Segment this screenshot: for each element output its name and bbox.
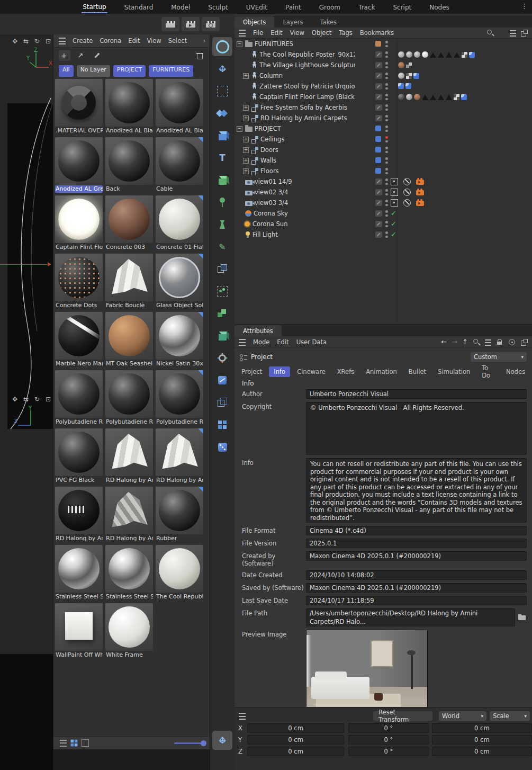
thumbnail-size-slider[interactable] [174,742,206,744]
gray-visibility-dot[interactable] [385,210,388,213]
object-menu-object[interactable]: Object [312,29,331,37]
material-item-captain-flint-flo[interactable]: Captain Flint Flo [55,195,105,251]
material-item-glass-object-sol[interactable]: Glass Object Sol [156,254,206,309]
tag-triangle-icon[interactable] [430,52,436,58]
layer-color-chip[interactable] [375,147,381,153]
tree-row-ceilings[interactable]: +Ceilings [235,134,532,145]
object-menu-edit[interactable]: Edit [270,29,282,37]
object-menu-tags[interactable]: Tags [339,29,352,37]
visibility-dots[interactable] [385,73,388,79]
gray-visibility-dot[interactable] [385,157,388,160]
attr-tab-cineware[interactable]: Cineware [292,366,330,377]
attribute-menu-user-data[interactable]: User Data [296,338,327,346]
menu-overflow-icon[interactable]: › [203,37,205,44]
texture-tag-icon[interactable] [398,94,404,100]
pan-view-icon[interactable]: ✥ [11,38,19,45]
attribute-menu-edit[interactable]: Edit [277,338,288,346]
tag-triangle-icon[interactable] [422,95,428,100]
snap-selection-icon[interactable] [212,282,232,301]
gray-visibility-dot[interactable] [385,172,388,175]
gray-visibility-dot[interactable] [385,130,388,132]
expand-icon[interactable]: + [243,73,249,79]
red-visibility-dot[interactable] [385,136,388,139]
visibility-dots[interactable] [385,41,388,47]
material-item-cable[interactable]: Cable [156,137,206,193]
tag-triangle-icon[interactable] [438,52,444,58]
tag-triangle-icon[interactable] [438,95,444,100]
gray-visibility-dot[interactable] [385,236,388,238]
random-dice-icon[interactable] [212,437,232,456]
phong-tag-icon[interactable] [398,83,404,89]
field-value-author[interactable]: Umberto Ponzecchi Visual [306,389,527,399]
rotate-view-icon[interactable]: ↻ [33,396,41,403]
dolly-view-icon[interactable]: ⇆ [22,38,30,45]
coordinate-value-z-0[interactable]: 0 cm [247,747,344,756]
tree-row-column[interactable]: +Column [235,70,532,81]
visibility-dots[interactable] [385,189,388,195]
layer-color-chip[interactable] [375,157,381,163]
editor-toggle[interactable] [375,189,382,195]
render-camera-icon[interactable] [416,180,424,185]
tree-row-fill-light[interactable]: Fill Light✓ [235,229,532,240]
layer-color-chip[interactable] [375,168,381,174]
phong-tag-icon[interactable] [469,52,475,58]
hamburger-icon[interactable] [239,339,246,346]
tree-row-furnitures[interactable]: −FURNITURES [235,39,532,49]
object-menu-file[interactable]: File [253,29,263,37]
layer-color-chip[interactable] [375,136,381,142]
tree-row-captain-flint-floor-lamp-black-by-flos[interactable]: Captain Flint Floor Lamp (Black) by Flos [235,92,532,102]
field-value-created-by-software[interactable]: Maxon Cinema 4D 2025.0.1 (#200000219) [306,551,527,561]
mograph-icon[interactable] [212,104,232,123]
material-menu-view[interactable]: View [147,37,161,44]
editor-toggle[interactable] [375,221,382,227]
clone-objects-icon[interactable] [212,259,232,279]
attr-tab-bullet[interactable]: Bullet [404,366,431,377]
expand-icon[interactable]: + [243,137,249,142]
top-tab-standard[interactable]: Standard [123,2,155,13]
back-arrow-icon[interactable]: ← [441,338,447,346]
material-item-back[interactable]: Back [105,137,156,193]
gray-visibility-dot[interactable] [385,62,388,65]
frame-target-icon[interactable] [391,199,398,207]
attr-tab-info[interactable]: Info [269,366,290,377]
array-icon[interactable] [212,415,232,434]
wire-cube-icon[interactable] [212,393,232,412]
settings-gear-icon[interactable] [212,348,232,368]
enabled-check-icon[interactable]: ✓ [391,231,398,238]
live-selection-icon[interactable] [212,37,232,56]
gray-visibility-dot[interactable] [385,115,388,118]
visibility-dots[interactable] [385,157,388,164]
editor-toggle[interactable] [375,94,382,100]
top-tab-uvedit[interactable]: UVEdit [245,2,268,13]
visibility-dots[interactable] [385,126,388,132]
material-item-concrete-003[interactable]: Concrete 003 [105,195,156,251]
render-camera-icon[interactable] [416,190,424,195]
material-menu-corona[interactable]: Corona [100,37,121,44]
up-arrow-icon[interactable]: ↑ [462,338,468,346]
texture-tag-icon[interactable] [398,51,404,58]
visibility-dots[interactable] [385,221,388,227]
attr-tab-to-do[interactable]: To Do [477,363,499,381]
gray-visibility-dot[interactable] [385,204,388,207]
volume-cube-icon[interactable] [212,171,232,190]
grid-view-icon[interactable] [71,740,78,747]
layer-color-chip[interactable] [375,41,381,47]
gray-visibility-dot[interactable] [385,98,388,101]
tree-row-view02-3-4[interactable]: view02 3/4 [235,187,532,198]
disabled-icon[interactable] [403,189,411,196]
material-item-white-frame[interactable]: White Frame [105,603,156,659]
gray-visibility-dot[interactable] [385,104,388,107]
enabled-check-icon[interactable]: ✓ [391,220,398,228]
material-item-concrete-dots[interactable]: Concrete Dots [55,254,105,309]
gray-visibility-dot[interactable] [385,151,388,154]
cube-primitive-icon[interactable] [212,126,232,145]
tab-takes[interactable]: Takes [312,16,346,28]
material-item-stainless-steel-s[interactable]: Stainless Steel S [105,545,156,601]
popout-icon[interactable] [520,29,528,37]
editor-toggle[interactable] [375,51,382,58]
top-tab-startup[interactable]: Startup [82,1,107,13]
material-item-stainless-steel-s[interactable]: Stainless Steel S [55,545,105,601]
attr-tab-project[interactable]: Project [237,366,267,377]
expand-icon[interactable]: + [243,115,249,121]
field-value-last-save-date[interactable]: 2024/10/17 11:18:59 [306,596,527,605]
